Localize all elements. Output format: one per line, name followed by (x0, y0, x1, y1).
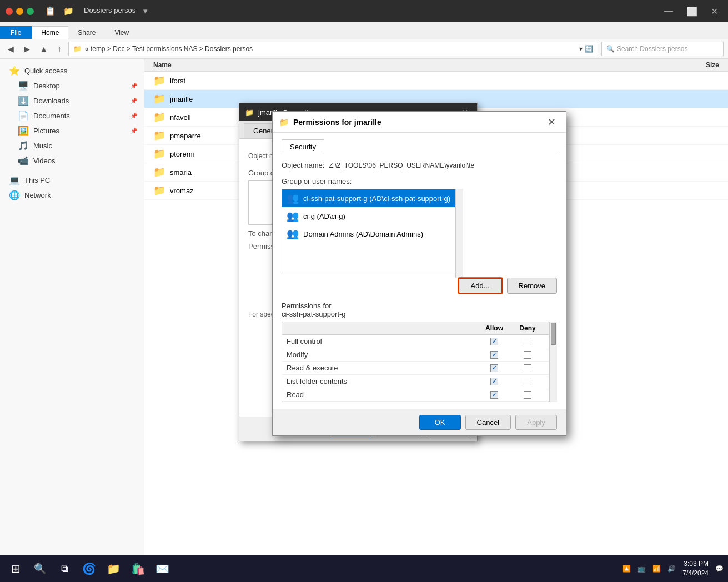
restore-button[interactable]: ⬜ (682, 5, 702, 18)
groups-scrollbar[interactable] (455, 189, 463, 278)
perm-name-modify: Modify (287, 350, 478, 359)
column-size[interactable]: Size (675, 61, 719, 69)
sidebar-item-downloads[interactable]: ⬇️ Downloads 📌 (0, 93, 144, 108)
sidebar-item-this-pc[interactable]: 💻 This PC (0, 173, 144, 188)
taskbar-right: 🔼 📺 📶 🔊 3:03 PM 7/4/2024 💬 (622, 559, 724, 578)
allow-cb-read[interactable] (490, 391, 498, 399)
tab-home[interactable]: Home (32, 26, 68, 39)
file-row-iforst[interactable]: 📁 iforst (144, 72, 728, 90)
perm-allow-full-control[interactable] (478, 338, 511, 345)
pin-icon-documents: 📌 (130, 113, 137, 119)
taskbar-task-view[interactable]: ⧉ (53, 558, 76, 580)
properties-folder-icon: 📁 (245, 108, 254, 117)
permissions-ok-button[interactable]: OK (419, 415, 461, 430)
permissions-table: Allow Deny Full control Modify Rea (282, 322, 549, 402)
perm-row-list-folder: List folder contents (282, 375, 549, 388)
taskbar-edge[interactable]: 🌀 (78, 558, 100, 580)
permissions-cancel-button[interactable]: Cancel (465, 415, 511, 430)
search-box[interactable]: 🔍 Search Dossiers persos (601, 42, 724, 56)
allow-cb-full-control[interactable] (490, 338, 498, 345)
file-name-pmaparre: pmaparre (170, 132, 201, 140)
dialog-permissions: 📁 Permissions for jmarille ✕ Security Ob… (272, 111, 566, 436)
taskbar-mail[interactable]: ✉️ (151, 558, 173, 580)
taskbar-monitor-icon[interactable]: 📺 (637, 565, 646, 573)
this-pc-icon: 💻 (9, 175, 20, 185)
minimize-traffic-light[interactable] (16, 8, 23, 15)
folder-icon-ptoremi: 📁 (153, 148, 165, 160)
deny-cb-read[interactable] (524, 391, 531, 399)
permissions-table-scroll: Allow Deny Full control Modify Rea (282, 322, 549, 402)
taskbar-file-explorer[interactable]: 📁 (102, 558, 124, 580)
close-button[interactable]: ✕ (706, 5, 722, 18)
sidebar-item-network[interactable]: 🌐 Network (0, 188, 144, 203)
up-button[interactable]: ▲ (37, 43, 51, 55)
refresh-icon[interactable]: 🔄 (585, 45, 593, 53)
allow-cb-modify[interactable] (490, 351, 498, 359)
taskbar-clock[interactable]: 3:03 PM 7/4/2024 (682, 559, 709, 578)
column-name[interactable]: Name (153, 61, 670, 69)
remove-button[interactable]: Remove (507, 278, 557, 294)
maximize-traffic-light[interactable] (27, 8, 34, 15)
notification-icon[interactable]: 💬 (715, 565, 724, 573)
sidebar-item-quick-access[interactable]: ⭐ Quick access (0, 63, 144, 78)
permissions-tab-security[interactable]: Security (282, 139, 324, 154)
sidebar-item-documents[interactable]: 📄 Documents 📌 (0, 108, 144, 123)
deny-cb-read-execute[interactable] (524, 364, 531, 372)
deny-cb-modify[interactable] (524, 351, 531, 359)
tab-share[interactable]: Share (68, 26, 105, 39)
start-button[interactable]: ⊞ (4, 558, 27, 580)
deny-cb-full-control[interactable] (524, 338, 531, 345)
dropdown-icon[interactable]: ▾ (143, 6, 148, 16)
perm-deny-read[interactable] (511, 391, 544, 399)
add-button[interactable]: Add... (458, 278, 503, 294)
perm-allow-modify[interactable] (478, 351, 511, 359)
permissions-bottom-row: OK Cancel Apply (273, 409, 566, 435)
window-title: Dossiers persos (84, 6, 135, 16)
back-button[interactable]: ◀ (4, 43, 17, 55)
pin-icon-downloads: 📌 (130, 98, 137, 104)
taskbar-volume-icon[interactable]: 🔊 (667, 565, 676, 573)
perm-allow-read-execute[interactable] (478, 364, 511, 372)
taskbar-store[interactable]: 🛍️ (127, 558, 149, 580)
perm-allow-list-folder[interactable] (478, 378, 511, 385)
sidebar-item-pictures[interactable]: 🖼️ Pictures 📌 (0, 123, 144, 138)
file-name-nfavell: nfavell (170, 113, 191, 122)
sidebar-item-videos[interactable]: 📹 Videos (0, 153, 144, 168)
up-dir-button[interactable]: ↑ (54, 43, 65, 55)
permissions-title: Permissions for jmarille (293, 118, 381, 127)
allow-cb-read-execute[interactable] (490, 364, 498, 372)
deny-cb-list-folder[interactable] (524, 378, 531, 385)
perm-deny-read-execute[interactable] (511, 364, 544, 372)
minimize-button[interactable]: — (660, 5, 677, 18)
group-icon-2: 👥 (287, 228, 299, 240)
folder-icon-small: 📁 (63, 6, 74, 16)
object-name-label: Object name: (282, 161, 324, 169)
group-item-domain-admins[interactable]: 👥 Domain Admins (AD\Domain Admins) (282, 225, 455, 243)
perm-allow-read[interactable] (478, 391, 511, 399)
sidebar-label-downloads: Downloads (33, 97, 69, 105)
sidebar-item-desktop[interactable]: 🖥️ Desktop 📌 (0, 78, 144, 93)
group-item-ci-g[interactable]: 👥 ci-g (AD\ci-g) (282, 207, 455, 225)
scrollbar-thumb[interactable] (551, 323, 556, 345)
quick-access-toolbar-icon[interactable]: 📋 (45, 6, 56, 16)
dropdown-addr[interactable]: ▾ (579, 45, 583, 53)
group-icon-1: 👥 (287, 210, 299, 222)
ribbon: File Home Share View (0, 22, 728, 39)
tab-file[interactable]: File (0, 26, 32, 39)
taskbar-chevron[interactable]: 🔼 (622, 565, 631, 573)
perm-deny-modify[interactable] (511, 351, 544, 359)
address-path[interactable]: 📁 « temp > Doc > Test permissions NAS > … (68, 42, 598, 56)
tab-view[interactable]: View (105, 26, 138, 39)
group-item-ci-ssh-pat[interactable]: 👥 ci-ssh-pat-support-g (AD\ci-ssh-pat-su… (282, 189, 455, 207)
forward-button[interactable]: ▶ (21, 43, 33, 55)
sidebar-item-music[interactable]: 🎵 Music (0, 138, 144, 153)
permissions-scrollbar[interactable] (549, 322, 557, 402)
taskbar-network-icon[interactable]: 📶 (652, 565, 661, 573)
allow-cb-list-folder[interactable] (490, 378, 498, 385)
taskbar-search[interactable]: 🔍 (29, 558, 51, 580)
permissions-apply-button[interactable]: Apply (515, 415, 557, 430)
close-traffic-light[interactable] (6, 8, 13, 15)
permissions-close-button[interactable]: ✕ (544, 114, 559, 130)
perm-deny-list-folder[interactable] (511, 378, 544, 385)
perm-deny-full-control[interactable] (511, 338, 544, 345)
